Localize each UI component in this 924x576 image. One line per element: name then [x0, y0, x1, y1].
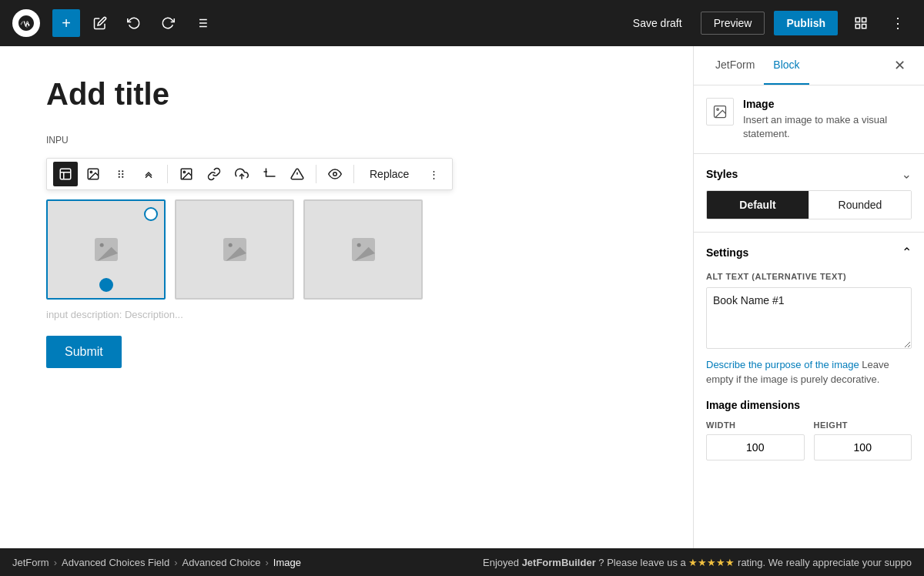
breadcrumb-sep-3: › — [265, 557, 268, 568]
settings-toggle-icon[interactable]: ⌃ — [902, 245, 912, 260]
page-title[interactable]: Add title — [46, 77, 647, 112]
input-description: input description: Description... — [46, 309, 647, 320]
panel-close-button[interactable]: ✕ — [887, 53, 912, 78]
width-input[interactable] — [706, 434, 805, 460]
describe-link[interactable]: Describe the purpose of the image — [706, 359, 859, 370]
top-toolbar: + Save draft Preview Publish — [0, 0, 924, 46]
move-up-button[interactable] — [136, 162, 161, 186]
styles-title: Styles — [706, 168, 738, 180]
block-toolbar: Replace ⋮ — [46, 158, 453, 190]
style-default-button[interactable]: Default — [707, 191, 808, 219]
toolbar-right: Save draft Preview Publish ⋮ — [624, 9, 912, 37]
editor-area: Add title INPU — [0, 46, 693, 548]
image-dimensions-title: Image dimensions — [706, 399, 912, 411]
image-block-icon — [706, 98, 734, 126]
wp-logo[interactable] — [12, 9, 40, 37]
svg-point-18 — [122, 173, 123, 175]
settings-header: Settings ⌃ — [706, 245, 912, 260]
alt-text-input[interactable]: Book Name #1 — [706, 287, 912, 349]
breadcrumb-sep-2: › — [174, 557, 177, 568]
panel-tabs: JetForm Block ✕ — [694, 46, 924, 85]
list-view-button[interactable] — [188, 9, 216, 37]
choice-radio-bottom-1[interactable] — [99, 278, 113, 292]
choice-radio-top-1[interactable] — [144, 207, 158, 221]
undo-button[interactable] — [120, 9, 148, 37]
image-block-info: Image Insert an image to make a visual s… — [706, 98, 912, 141]
width-field: WIDTH — [706, 420, 805, 460]
height-input[interactable] — [814, 434, 912, 460]
preview-button[interactable]: Preview — [701, 12, 765, 35]
svg-point-28 — [99, 243, 103, 247]
breadcrumb: JetForm › Advanced Choices Field › Advan… — [12, 557, 301, 568]
promo-suffix: ? Please leave us a — [598, 557, 688, 568]
submit-button[interactable]: Submit — [46, 336, 122, 368]
image-choice-grid — [46, 199, 647, 300]
breadcrumb-sep-1: › — [54, 557, 57, 568]
styles-header: Styles ⌃ — [706, 166, 912, 181]
image-placeholder-2 — [219, 234, 250, 265]
alert-button[interactable] — [285, 162, 310, 186]
more-block-options-button[interactable]: ⋮ — [421, 162, 446, 186]
settings-panel-button[interactable] — [847, 9, 875, 37]
crop-button[interactable] — [257, 162, 282, 186]
promo-stars: ★★★★★ — [688, 557, 735, 568]
breadcrumb-advanced-choice[interactable]: Advanced Choice — [182, 557, 261, 568]
width-label: WIDTH — [706, 420, 805, 430]
drag-handle-button[interactable] — [109, 162, 133, 186]
upload-button[interactable] — [229, 162, 254, 186]
settings-section: Settings ⌃ ALT TEXT (ALTERNATIVE TEXT) B… — [694, 233, 924, 472]
svg-rect-6 — [855, 18, 859, 22]
promo-end: rating. We really appreciate your suppo — [738, 557, 912, 568]
svg-point-30 — [228, 243, 232, 247]
svg-point-22 — [183, 171, 185, 172]
svg-point-17 — [119, 173, 120, 175]
redo-button[interactable] — [154, 9, 182, 37]
image-placeholder-1 — [91, 234, 122, 265]
svg-point-14 — [90, 171, 92, 172]
svg-rect-9 — [855, 25, 859, 28]
describe-text: Describe the purpose of the image Leave … — [706, 358, 912, 386]
input-label: INPU — [46, 135, 69, 146]
image-choice-item-1[interactable] — [46, 199, 166, 300]
image-block-button[interactable] — [174, 162, 199, 186]
image-block-title: Image — [743, 98, 912, 110]
bottom-promo: Enjoyed JetFormBuilder ? Please leave us… — [483, 557, 912, 568]
toolbar-divider-3 — [353, 165, 354, 183]
svg-point-26 — [333, 172, 337, 176]
publish-button[interactable]: Publish — [774, 11, 838, 35]
tab-block[interactable]: Block — [764, 46, 808, 85]
svg-point-32 — [357, 243, 360, 247]
preview-icon-button[interactable] — [323, 162, 347, 186]
save-draft-button[interactable]: Save draft — [624, 12, 691, 34]
image-icon-button[interactable] — [81, 162, 105, 186]
panel-tab-group: JetForm Block — [706, 46, 809, 85]
image-choice-item-2[interactable] — [175, 199, 294, 300]
styles-toggle-icon[interactable]: ⌃ — [902, 166, 912, 181]
breadcrumb-advanced-choices[interactable]: Advanced Choices Field — [62, 557, 169, 568]
image-choice-item-3[interactable] — [303, 199, 423, 300]
image-placeholder-3 — [348, 234, 379, 265]
alt-text-label: ALT TEXT (ALTERNATIVE TEXT) — [706, 272, 912, 281]
toolbar-divider-2 — [316, 165, 316, 183]
block-type-button[interactable] — [53, 162, 78, 186]
image-block-description: Insert an image to make a visual stateme… — [743, 113, 912, 141]
svg-point-20 — [122, 176, 123, 178]
promo-text: Enjoyed — [483, 557, 522, 568]
toolbar-divider — [167, 165, 168, 183]
link-button[interactable] — [202, 162, 226, 186]
dimensions-row: WIDTH HEIGHT — [706, 420, 912, 460]
height-label: HEIGHT — [814, 420, 912, 430]
replace-button[interactable]: Replace — [360, 165, 418, 183]
edit-button[interactable] — [86, 9, 114, 37]
more-options-button[interactable]: ⋮ — [884, 9, 912, 37]
image-block-section: Image Insert an image to make a visual s… — [694, 85, 924, 154]
breadcrumb-jetform[interactable]: JetForm — [12, 557, 49, 568]
style-rounded-button[interactable]: Rounded — [808, 191, 911, 219]
settings-title: Settings — [706, 246, 748, 259]
svg-point-16 — [122, 170, 123, 172]
tab-jetform[interactable]: JetForm — [706, 46, 764, 85]
svg-point-15 — [119, 170, 120, 172]
add-block-button[interactable]: + — [52, 9, 80, 37]
svg-point-19 — [119, 176, 120, 178]
toolbar-left: + — [12, 9, 216, 37]
